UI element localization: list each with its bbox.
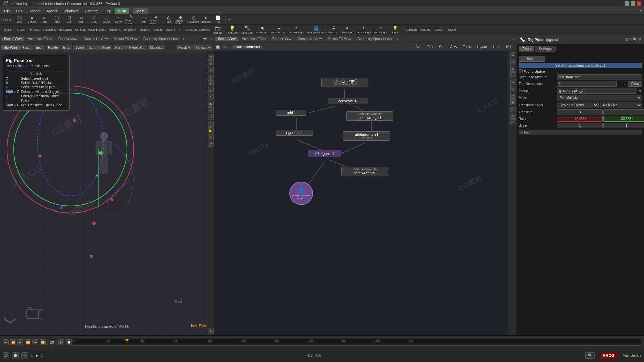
rest-pose-input[interactable] — [557, 74, 642, 80]
pre-btn[interactable]: Pre... — [113, 45, 126, 50]
vp-tool-4[interactable]: ↕ — [208, 74, 214, 80]
control-point-1[interactable] — [73, 119, 76, 122]
node-graph[interactable]: RR素材 人人CG RRCG CG素材 — [214, 51, 517, 335]
l-system-tool[interactable]: ⌬L-System — [187, 15, 199, 24]
props-icon-1[interactable]: ⊞ — [625, 37, 628, 42]
pose-tab[interactable]: Pose — [519, 46, 534, 52]
physics-group[interactable]: Physics — [28, 25, 41, 34]
menu-go[interactable]: Go — [437, 45, 446, 49]
scene-view-tab[interactable]: Scene View — [1, 37, 24, 41]
tl-next-btn[interactable]: ⏩ — [25, 339, 31, 345]
tweak-btn[interactable]: Tweak R... — [126, 45, 147, 50]
null-tool[interactable]: ○Null — [75, 15, 88, 24]
geometry-spreadsheet-tab[interactable]: Geometry Spreadsheet — [141, 37, 180, 41]
tl-audio-btn[interactable]: 🔊 — [58, 339, 64, 345]
vellum-group[interactable]: Vellum — [445, 25, 458, 34]
caustic-light-tool[interactable]: ✦Caustic Light — [355, 25, 372, 34]
node-tool-5[interactable]: ◈ — [510, 79, 516, 85]
node-pointwrangle1[interactable]: Attribute Wrangle pointwrangle1 — [346, 111, 393, 121]
add-panel-tab[interactable]: + — [182, 37, 184, 41]
rotate-y[interactable] — [603, 116, 644, 122]
gl-light-tool[interactable]: ●GL Light — [341, 25, 354, 34]
end-frame-label[interactable]: 1 — [41, 354, 43, 357]
control-point-green-2[interactable] — [96, 175, 98, 177]
play-triangle[interactable]: ▶ — [36, 353, 38, 358]
props-icon-2[interactable]: ◻ — [629, 37, 632, 42]
motion-fx-tab[interactable]: Motion FX View — [111, 37, 140, 41]
rot-order-select[interactable]: Rx Ry Rz — [600, 102, 642, 108]
start-frame-label[interactable]: 1 — [31, 354, 33, 357]
vp-tool-3[interactable]: ⊞ — [208, 67, 214, 73]
node-tool-7[interactable]: ✦ — [510, 93, 516, 99]
lights-cameras-group[interactable]: Lights and Cameras — [185, 25, 211, 34]
control-point-3[interactable] — [111, 198, 113, 201]
menu-edit[interactable]: Edit — [13, 8, 25, 14]
node-object-merge1[interactable]: object_merge1 /obj/TestGeo/OUT — [321, 78, 368, 87]
menu-labs[interactable]: Labs — [491, 45, 502, 49]
tl-start-btn[interactable]: ⏮ — [3, 339, 9, 345]
portal-light-tool[interactable]: ▭Portal Light — [373, 25, 388, 34]
vp-tool-12[interactable]: 📐 — [208, 127, 214, 133]
transform-order-select[interactable]: Scale Rot Trans — [557, 102, 599, 108]
settings-icon[interactable]: ⚙ — [209, 37, 213, 41]
pivot-section[interactable]: ▶ Pivot — [519, 130, 642, 135]
environment-light-tool[interactable]: 🌐Environment Light — [306, 25, 326, 34]
menu-file[interactable]: File — [1, 8, 13, 14]
close-button[interactable]: ✕ — [637, 1, 641, 6]
rotate-x[interactable] — [557, 116, 603, 122]
line-tool[interactable]: ╱Line — [88, 15, 100, 24]
menu-tools[interactable]: Tools — [461, 45, 473, 49]
node-render-tab[interactable]: Render View — [270, 37, 294, 41]
vp-tool-2[interactable]: ◎ — [208, 60, 214, 66]
control-point-green-1[interactable] — [99, 151, 103, 155]
scale-y[interactable] — [603, 123, 644, 128]
node-composite-tab[interactable]: Composite View — [295, 37, 324, 41]
menu-view[interactable]: View — [448, 45, 459, 49]
torus-tool[interactable]: ◯Torus — [51, 15, 63, 24]
node-motion-tab[interactable]: Motion FX View — [325, 37, 354, 41]
node-settings-icon[interactable]: ⚙ — [512, 37, 515, 41]
menu-windows[interactable]: Windows — [61, 8, 82, 14]
vp-tool-6[interactable]: △ — [208, 87, 214, 93]
scale-btn[interactable]: Scale — [73, 45, 86, 50]
menu-lighting[interactable]: Lighting — [82, 8, 100, 14]
motion-btn[interactable]: Motion... — [148, 45, 165, 50]
menu-edit-node[interactable]: Edit — [425, 45, 435, 49]
node-attribpromote1[interactable]: attribpromote1 camdist — [343, 131, 390, 141]
translate-btn[interactable]: Tra... — [20, 45, 33, 50]
grains-group[interactable]: Grains — [432, 25, 445, 34]
set-all-transforms-button[interactable]: Set All Transformations to Default — [519, 63, 642, 68]
cloud-fx-group[interactable]: Cloud FX — [138, 25, 151, 34]
animation-editor-tab[interactable]: Animation Editor — [25, 37, 55, 41]
rotate-btn[interactable]: Rotate — [46, 45, 60, 50]
node-tool-11[interactable]: ≡ — [510, 119, 516, 125]
camera-icon[interactable]: 📷 — [203, 37, 208, 41]
en3-btn[interactable]: En... — [87, 45, 99, 50]
mode-btn[interactable]: Mode — [99, 45, 112, 50]
control-point-blue[interactable] — [60, 206, 63, 209]
terrain-fx-group[interactable]: Terrain FX — [108, 25, 122, 34]
en1-btn[interactable]: En... — [34, 45, 45, 50]
status-btn-3[interactable]: ⚙ — [21, 352, 28, 359]
maximize-button[interactable]: □ — [631, 1, 635, 6]
node-pointwrangle2[interactable]: Attribute Wrangle pointwrangle2 — [341, 167, 388, 176]
modify-group[interactable]: Modify — [1, 25, 14, 34]
world-space-checkbox[interactable] — [519, 69, 523, 73]
control-point-2[interactable] — [39, 155, 41, 157]
constraints-group[interactable]: Constraints — [57, 25, 73, 34]
node-home-icon[interactable]: 🏠 — [215, 45, 220, 49]
node-tool-9[interactable]: ⬡ — [510, 106, 516, 112]
node-add1[interactable]: add1 — [276, 110, 306, 116]
vp-tool-14[interactable]: ⚙ — [208, 141, 214, 147]
tl-loop-btn[interactable]: 🔁 — [40, 339, 46, 345]
distant-light-tool[interactable]: ☀Distant Light — [288, 25, 305, 34]
guide-process-group[interactable]: Guide Process — [87, 25, 107, 34]
characters-group[interactable]: Characters — [42, 25, 57, 34]
transformations-input[interactable] — [557, 81, 617, 87]
mode-select[interactable]: Pre-Multiply — [557, 95, 642, 101]
auto-update-label[interactable]: Auto Update — [623, 354, 641, 357]
point-light-tool[interactable]: 💡Point Light — [225, 25, 239, 34]
vp-tool-1[interactable]: ⊕ — [208, 54, 214, 60]
translate-y[interactable] — [603, 109, 644, 115]
node-convexhull1[interactable]: convexhull1 — [328, 98, 368, 104]
